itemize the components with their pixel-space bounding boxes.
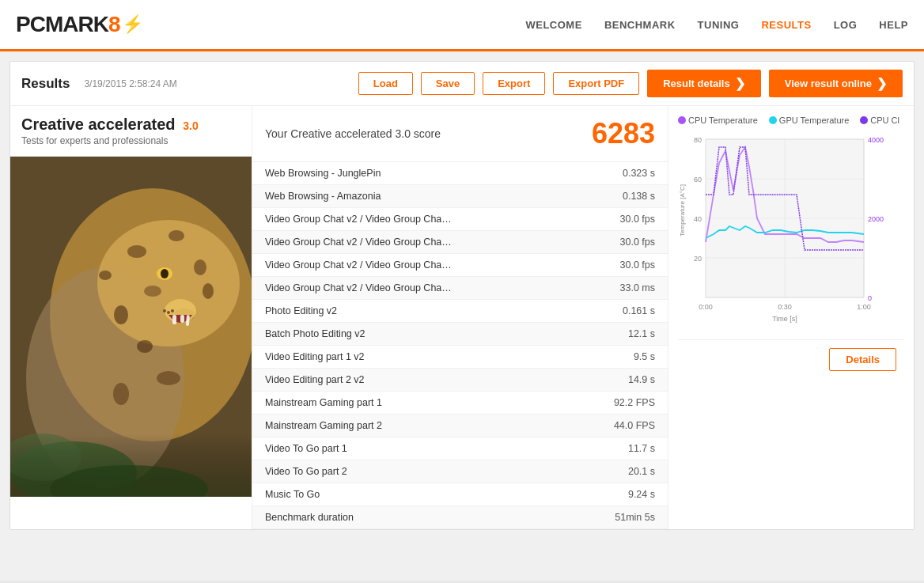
row-label: Web Browsing - JunglePin (265, 168, 592, 179)
svg-point-7 (144, 286, 161, 297)
table-row: Batch Photo Editing v2 12.1 s (252, 323, 668, 346)
nav-tuning[interactable]: TUNING (698, 19, 740, 31)
benchmark-name: Creative accelerated (21, 115, 176, 133)
chart-legend: CPU Temperature GPU Temperature CPU Cl (678, 115, 904, 125)
svg-text:Time [s]: Time [s] (772, 315, 797, 323)
row-value: 20.1 s (592, 466, 655, 477)
table-row: Video Group Chat v2 / Video Group Cha… 3… (252, 231, 668, 254)
row-value: 0.323 s (592, 168, 655, 179)
result-details-button[interactable]: Result details ❯ (647, 70, 761, 97)
row-value: 30.0 fps (592, 237, 655, 248)
svg-rect-19 (180, 315, 184, 323)
table-row: Music To Go 9.24 s (252, 483, 668, 506)
svg-point-5 (169, 230, 184, 241)
legend-cpu-temp: CPU Temperature (678, 115, 758, 125)
svg-text:40: 40 (694, 215, 702, 223)
svg-point-22 (167, 311, 170, 314)
legend-cpu-clock: CPU Cl (860, 115, 899, 125)
row-value: 44.0 FPS (592, 420, 655, 431)
svg-rect-27 (10, 433, 252, 497)
export-pdf-button[interactable]: Export PDF (553, 72, 639, 95)
row-value: 12.1 s (592, 328, 655, 339)
load-button[interactable]: Load (358, 72, 413, 95)
svg-text:2000: 2000 (868, 215, 884, 223)
cpu-temp-dot (678, 116, 686, 124)
results-date: 3/19/2015 2:58:24 AM (84, 78, 176, 89)
row-value: 51min 5s (592, 512, 655, 523)
logo-text: PCMARK8 (16, 12, 119, 37)
row-label: Video Editing part 2 v2 (265, 374, 592, 385)
svg-point-11 (203, 283, 214, 299)
save-button[interactable]: Save (421, 72, 475, 95)
svg-point-21 (163, 309, 166, 312)
legend-gpu-temp: GPU Temperature (769, 115, 849, 125)
svg-point-4 (127, 245, 146, 258)
details-section: Details (678, 339, 904, 379)
temperature-chart: 80 60 40 20 Temperature [A°C] 4000 2000 … (678, 131, 892, 337)
table-row: Web Browsing - JunglePin 0.323 s (252, 162, 668, 185)
svg-point-13 (157, 371, 180, 385)
row-value: 9.24 s (592, 489, 655, 500)
view-online-button[interactable]: View result online ❯ (769, 70, 903, 97)
table-row: Benchmark duration 51min 5s (252, 506, 668, 529)
svg-point-14 (113, 383, 129, 405)
table-row: Video To Go part 1 11.7 s (252, 437, 668, 460)
table-row: Video Editing part 1 v2 9.5 s (252, 346, 668, 369)
row-label: Music To Go (265, 489, 592, 500)
row-label: Video Group Chat v2 / Video Group Cha… (265, 214, 592, 225)
nav-log[interactable]: LOG (834, 19, 858, 31)
results-title: Results (21, 76, 70, 92)
table-row: Mainstream Gaming part 2 44.0 FPS (252, 415, 668, 437)
row-label: Mainstream Gaming part 1 (265, 397, 592, 408)
table-row: Photo Editing v2 0.161 s (252, 300, 668, 323)
svg-text:80: 80 (694, 136, 702, 144)
svg-text:20: 20 (694, 255, 702, 263)
table-row: Video Group Chat v2 / Video Group Cha… 3… (252, 277, 668, 300)
cpu-clock-label: CPU Cl (870, 115, 899, 125)
gpu-temp-label: GPU Temperature (779, 115, 849, 125)
row-label: Video Group Chat v2 / Video Group Cha… (265, 259, 592, 271)
svg-point-3 (97, 220, 240, 346)
svg-point-23 (171, 309, 174, 312)
svg-point-12 (99, 271, 112, 280)
row-value: 14.9 s (592, 374, 655, 385)
benchmark-name-row: Creative accelerated 3.0 (21, 115, 240, 134)
nav-benchmark[interactable]: BENCHMARK (604, 19, 676, 31)
svg-text:Temperature [A°C]: Temperature [A°C] (679, 184, 686, 237)
nav-results[interactable]: RESULTS (761, 19, 811, 31)
leopard-svg (10, 157, 252, 497)
table-row: Video Editing part 2 v2 14.9 s (252, 369, 668, 392)
benchmark-version: 3.0 (183, 119, 198, 132)
main-content: Results 3/19/2015 2:58:24 AM Load Save E… (0, 51, 924, 581)
center-panel: Your Creative accelerated 3.0 score 6283… (252, 106, 668, 529)
row-value: 92.2 FPS (592, 397, 655, 408)
details-button[interactable]: Details (829, 348, 896, 371)
nav-welcome[interactable]: WELCOME (525, 19, 581, 31)
svg-text:1:00: 1:00 (857, 303, 871, 311)
row-label: Web Browsing - Amazonia (265, 191, 592, 202)
export-button[interactable]: Export (483, 72, 545, 95)
chevron-right-icon: ❯ (735, 76, 745, 91)
row-value: 30.0 fps (592, 259, 655, 271)
nav-help[interactable]: HELP (879, 19, 908, 31)
score-row: Your Creative accelerated 3.0 score 6283 (252, 106, 668, 162)
benchmark-info: Creative accelerated 3.0 Tests for exper… (10, 106, 252, 157)
row-value: 0.161 s (592, 305, 655, 316)
row-label: Mainstream Gaming part 2 (265, 420, 592, 431)
row-label: Video To Go part 1 (265, 443, 592, 454)
table-row: Mainstream Gaming part 1 92.2 FPS (252, 392, 668, 415)
row-value: 0.138 s (592, 191, 655, 202)
results-table: Web Browsing - JunglePin 0.323 s Web Bro… (252, 162, 668, 529)
svg-text:0:00: 0:00 (699, 303, 713, 311)
row-value: 30.0 fps (592, 214, 655, 225)
svg-point-6 (194, 259, 206, 275)
gpu-temp-dot (769, 116, 777, 124)
chevron-right-icon-2: ❯ (877, 76, 887, 91)
row-label: Batch Photo Editing v2 (265, 328, 592, 339)
svg-text:60: 60 (694, 176, 702, 184)
right-panel: CPU Temperature GPU Temperature CPU Cl (668, 106, 914, 529)
svg-rect-18 (172, 315, 176, 324)
nav: WELCOME BENCHMARK TUNING RESULTS LOG HEL… (525, 19, 908, 31)
content-area: Creative accelerated 3.0 Tests for exper… (10, 106, 914, 529)
score-value: 6283 (592, 117, 655, 150)
